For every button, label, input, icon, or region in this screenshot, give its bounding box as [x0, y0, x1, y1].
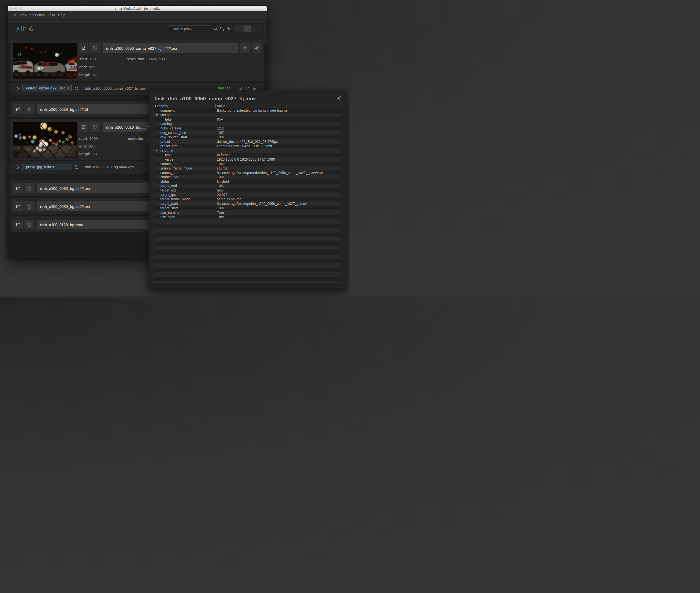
svg-text:POLICE: POLICE: [18, 66, 29, 69]
svg-text:OLICE: OLICE: [70, 66, 77, 69]
